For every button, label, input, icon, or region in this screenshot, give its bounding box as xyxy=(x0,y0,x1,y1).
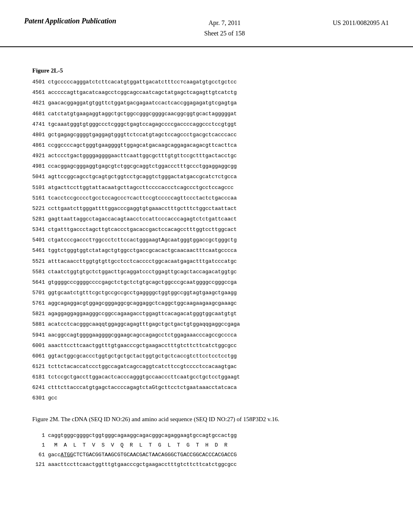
sequence-line: 4561 acccccagttgacatcaagcctcggcagccaatca… xyxy=(32,89,381,97)
publication-title: Patent Application Publication xyxy=(24,16,116,26)
seq-2m-line3: 121 aaacttccttcaactggtttgtgaacccgctgaaga… xyxy=(32,461,381,469)
page: Patent Application Publication Apr. 7, 2… xyxy=(0,0,413,532)
seq-2m-protein1: 1 M A L T V S V Q R L T G L T G T H D R xyxy=(32,441,381,449)
sequence-line: 4861 ccggccccagctgggtgaaggggttggagcatgac… xyxy=(32,141,381,150)
sequence-line: 5761 aggcagaggacgtggagcgggaggcgcaggaggct… xyxy=(32,299,381,308)
sequence-line: 6001 aaacttccttcaactggtttgtgaacccgctgaag… xyxy=(32,342,381,350)
publication-date: Apr. 7, 2011 xyxy=(209,19,240,26)
header-center: Apr. 7, 2011 Sheet 25 of 158 xyxy=(204,16,245,38)
sheet-info: Sheet 25 of 158 xyxy=(204,30,245,37)
sequence-line: 4621 gaacacggaggatgtggttctggatgacgagaatc… xyxy=(32,99,381,107)
sequence-line: 5041 agttccggcagcctgcagtgctggtcctgcaggtc… xyxy=(32,173,381,181)
sequence-line: 5221 ccttgaatcttgggattttggacccgaggtgtgaa… xyxy=(32,205,381,213)
sequence-line: 6061 ggtactggcgcaccctggtgctgctgctactggtg… xyxy=(32,352,381,360)
figure-2l5-title: Figure 2L-5 xyxy=(32,67,381,74)
sequence-line: 6301 gcc xyxy=(32,394,381,402)
figure-2m-caption: Figure 2M. The cDNA (SEQ ID NO:26) and a… xyxy=(32,415,381,424)
sequence-line: 5581 ctaatctggtgtgctctggacttgcaggatccctg… xyxy=(32,268,381,276)
sequence-line: 4741 tgcaaatgggtgtgggccctcgggctgagtccaga… xyxy=(32,121,381,129)
sequence-line: 5521 atttacaaccttggtgtgttgcctcctcacccctg… xyxy=(32,258,381,266)
sequence-line: 4981 ccacggagcgggaggtgagcgtctggcgcaggtct… xyxy=(32,162,381,170)
sequence-line: 5281 gagttaattaggcctagaccacagtaacctccatt… xyxy=(32,215,381,223)
sequence-line: 5881 acatcctcacgggcaaqqtggaggcagagtttgag… xyxy=(32,320,381,328)
page-header: Patent Application Publication Apr. 7, 2… xyxy=(0,0,413,47)
sequence-line: 4501 ctgcccccagggatctcttcacatgtggattgaca… xyxy=(32,78,381,86)
sequence-line: 5101 atgacttccttggtattacaatgcttagccttccc… xyxy=(32,184,381,192)
sequence-block-2m: 1 caggtgggcggggctggtgggcagaaggcagacgggca… xyxy=(32,432,381,469)
seq-2m-line2: 61 gaccATGGCTCTGACGGTAAGCGTGCAACGACTAACA… xyxy=(32,451,381,459)
sequence-line: 6181 tctccgctgaccttggacactcacccagggtgcca… xyxy=(32,373,381,381)
page-content: Figure 2L-5 4501 ctgcccccagggatctcttcaca… xyxy=(0,47,413,486)
sequence-line: 5821 agaggaggaggaagggccggccagaagacctggag… xyxy=(32,310,381,318)
figure-2m-caption-bold: Figure 2M. xyxy=(32,416,60,422)
sequence-line: 5401 ctgatcccgaccctтggccctcttccactgggaag… xyxy=(32,236,381,244)
sequence-line: 5701 ggtgcaatctgtttcgctgccgccgcctgaggggc… xyxy=(32,289,381,297)
atgg-underline: ATGG xyxy=(60,452,73,458)
sequence-line: 5461 tggtctgggtggtctatagctgtggcctgaccgca… xyxy=(32,247,381,255)
sequence-block-2l5: 4501 ctgcccccagggatctcttcacatgtggattgaca… xyxy=(32,78,381,402)
sequence-line: 4921 actccctgactggggaggggaacttcaattggcgc… xyxy=(32,152,381,160)
sequence-line: 5161 tcacctccgcccctgcctccagcccтcacttccgt… xyxy=(32,194,381,202)
seq-2m-line1: 1 caggtgggcggggctggtgggcagaaggcagacgggca… xyxy=(32,432,381,440)
sequence-line: 4801 gctgagagcggggtgaggagtgggttctccatgta… xyxy=(32,131,381,139)
figure-2m-caption-normal: The cDNA (SEQ ID NO:26) and amino acid s… xyxy=(60,416,280,422)
sequence-line: 5341 ctgatttgaccctagcttgtcaccctgacaccgac… xyxy=(32,226,381,234)
sequence-line: 4681 catctatgtgaagaggtaggctgctggccgggcgg… xyxy=(32,110,381,118)
sequence-line: 6121 tcttctacaccatccctggccagatcagccaggtc… xyxy=(32,363,381,371)
sequence-line: 5941 aacggccagtggggaaggggcggaagcagccagag… xyxy=(32,331,381,339)
sequence-line: 5641 gtggggcccggggccccgagctctgctctgtgcag… xyxy=(32,278,381,287)
patent-number: US 2011/0082095 A1 xyxy=(333,16,389,28)
sequence-line: 6241 ctttcttacccatgtgagctaccccagagtctaGt… xyxy=(32,384,381,392)
